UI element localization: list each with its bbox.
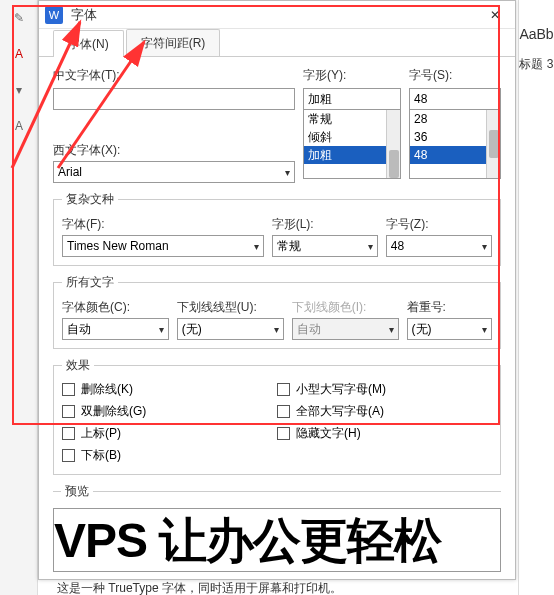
cn-font-combo[interactable]: 黑体 ▾ — [53, 88, 295, 110]
checkbox-icon — [62, 427, 75, 440]
cn-size-input[interactable] — [409, 88, 501, 110]
emphasis-combo[interactable]: (无) ▾ — [407, 318, 492, 340]
text-a-icon[interactable]: A — [0, 108, 38, 144]
west-font-label: 西文字体(X): — [53, 142, 295, 159]
emphasis-value: (无) — [412, 321, 432, 338]
cn-font-value: 黑体 — [58, 91, 82, 108]
ul-style-combo[interactable]: (无) ▾ — [177, 318, 284, 340]
font-dialog: W 字体 ✕ 字体(N) 字符间距(R) 中文字体(T): 字形(Y): 字号(… — [38, 0, 516, 580]
complex-fieldset: 复杂文种 字体(F): Times New Roman ▾ 字形(L): 常规 … — [53, 191, 501, 266]
complex-size-value: 48 — [391, 239, 404, 253]
style-name[interactable]: 标题 3 — [519, 56, 554, 73]
chevron-down-icon: ▾ — [159, 324, 164, 335]
preview-legend: 预览 — [61, 483, 93, 500]
ul-color-combo: 自动 ▾ — [292, 318, 399, 340]
preview-text: VPS 让办公更轻松 — [54, 509, 500, 572]
checkbox-icon — [277, 427, 290, 440]
check-sub[interactable]: 下标(B) — [62, 444, 277, 466]
ul-color-label: 下划线颜色(I): — [292, 299, 399, 316]
complex-font-combo[interactable]: Times New Roman ▾ — [62, 235, 264, 257]
complex-style-value: 常规 — [277, 238, 301, 255]
checkbox-icon — [62, 405, 75, 418]
west-font-value: Arial — [58, 165, 82, 179]
font-color-value: 自动 — [67, 321, 91, 338]
ul-style-value: (无) — [182, 321, 202, 338]
close-button[interactable]: ✕ — [481, 5, 509, 25]
check-label: 双删除线(G) — [81, 403, 146, 420]
west-font-combo[interactable]: Arial ▾ — [53, 161, 295, 183]
chevron-down-icon: ▾ — [482, 241, 487, 252]
style-gallery: AaBb 标题 3 — [518, 0, 554, 595]
check-hidden[interactable]: 隐藏文字(H) — [277, 422, 492, 444]
complex-font-value: Times New Roman — [67, 239, 169, 253]
checkbox-icon — [277, 405, 290, 418]
complex-font-label: 字体(F): — [62, 216, 264, 233]
check-super[interactable]: 上标(P) — [62, 422, 277, 444]
dialog-content: 中文字体(T): 字形(Y): 字号(S): 黑体 ▾ 西文字体(X): — [39, 57, 515, 508]
tab-font[interactable]: 字体(N) — [53, 30, 124, 57]
checkbox-icon — [62, 383, 75, 396]
titlebar: W 字体 ✕ — [39, 1, 515, 29]
complex-size-label: 字号(Z): — [386, 216, 492, 233]
chevron-down-icon: ▾ — [285, 167, 290, 178]
complex-legend: 复杂文种 — [62, 191, 118, 208]
scrollbar[interactable] — [486, 110, 500, 178]
checkbox-icon — [62, 449, 75, 462]
tabs: 字体(N) 字符间距(R) — [39, 29, 515, 57]
complex-style-combo[interactable]: 常规 ▾ — [272, 235, 378, 257]
cn-font-label: 中文字体(T): — [53, 67, 295, 84]
chevron-down-icon: ▾ — [389, 324, 394, 335]
preview-box: VPS 让办公更轻松 — [53, 508, 501, 572]
under-arrow-icon[interactable]: ▾ — [0, 72, 38, 108]
pen-icon[interactable]: ✎ — [0, 0, 38, 36]
effects-fieldset: 效果 删除线(K) 小型大写字母(M) 双删除线(G) 全部大写字母(A) — [53, 357, 501, 475]
left-toolbar: ✎ A ▾ A — [0, 0, 38, 595]
dialog-title: 字体 — [71, 6, 481, 24]
ul-color-value: 自动 — [297, 321, 321, 338]
alltext-legend: 所有文字 — [62, 274, 118, 291]
scrollbar[interactable] — [386, 110, 400, 178]
font-color-label: 字体颜色(C): — [62, 299, 169, 316]
complex-style-label: 字形(L): — [272, 216, 378, 233]
checkbox-icon — [277, 383, 290, 396]
chevron-down-icon: ▾ — [368, 241, 373, 252]
cn-style-input[interactable] — [303, 88, 401, 110]
font-color-combo[interactable]: 自动 ▾ — [62, 318, 169, 340]
cn-size-label: 字号(S): — [409, 67, 501, 84]
chevron-down-icon: ▾ — [285, 94, 290, 105]
check-strike[interactable]: 删除线(K) — [62, 378, 277, 400]
cn-style-listbox[interactable]: 常规 倾斜 加粗 — [303, 109, 401, 179]
tab-spacing[interactable]: 字符间距(R) — [126, 29, 221, 56]
font-color-icon[interactable]: A — [0, 36, 38, 72]
effects-legend: 效果 — [62, 357, 94, 374]
cn-size-listbox[interactable]: 28 36 48 — [409, 109, 501, 179]
chevron-down-icon: ▾ — [274, 324, 279, 335]
emphasis-label: 着重号: — [407, 299, 492, 316]
check-label: 隐藏文字(H) — [296, 425, 361, 442]
chevron-down-icon: ▾ — [482, 324, 487, 335]
check-allcaps[interactable]: 全部大写字母(A) — [277, 400, 492, 422]
ul-style-label: 下划线线型(U): — [177, 299, 284, 316]
preview-note: 这是一种 TrueType 字体，同时适用于屏幕和打印机。 — [57, 580, 497, 595]
chevron-down-icon: ▾ — [254, 241, 259, 252]
check-label: 上标(P) — [81, 425, 121, 442]
check-dstrike[interactable]: 双删除线(G) — [62, 400, 277, 422]
preview-fieldset: 预览 — [53, 483, 501, 504]
app-icon: W — [45, 6, 63, 24]
check-label: 下标(B) — [81, 447, 121, 464]
alltext-fieldset: 所有文字 字体颜色(C): 自动 ▾ 下划线线型(U): (无) ▾ — [53, 274, 501, 349]
style-sample[interactable]: AaBb — [519, 26, 554, 42]
check-label: 小型大写字母(M) — [296, 381, 386, 398]
check-label: 删除线(K) — [81, 381, 133, 398]
check-label: 全部大写字母(A) — [296, 403, 384, 420]
complex-size-combo[interactable]: 48 ▾ — [386, 235, 492, 257]
cn-style-label: 字形(Y): — [303, 67, 401, 84]
check-smallcaps[interactable]: 小型大写字母(M) — [277, 378, 492, 400]
